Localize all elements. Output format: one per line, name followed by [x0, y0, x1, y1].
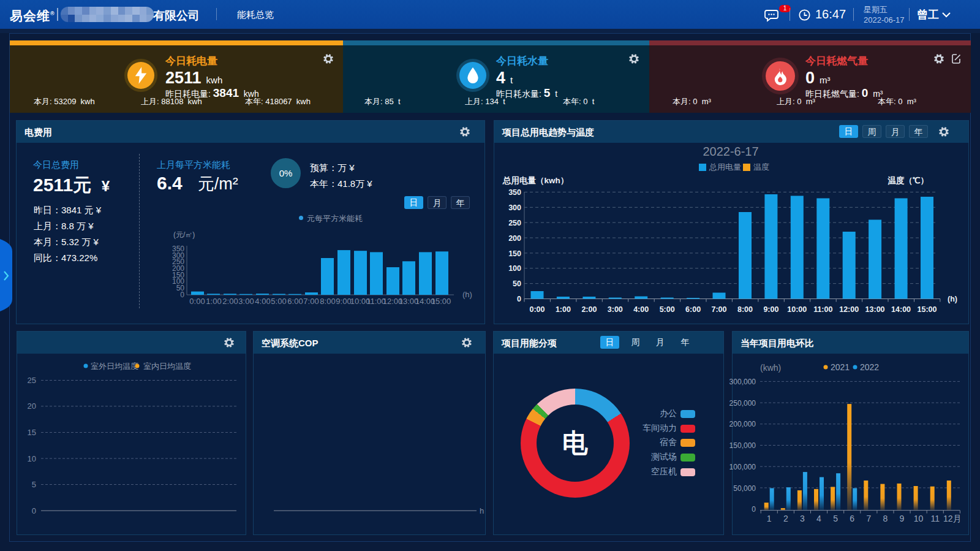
- svg-text:12月: 12月: [943, 514, 962, 523]
- svg-text:2022-6-17: 2022-6-17: [703, 145, 758, 158]
- svg-text:15: 15: [28, 428, 36, 437]
- svg-text:350: 350: [508, 188, 521, 197]
- svg-text:6:00: 6:00: [685, 305, 701, 314]
- svg-text:1:00: 1:00: [206, 297, 221, 306]
- svg-text:9: 9: [900, 514, 905, 523]
- svg-text:总用电量（kwh）: 总用电量（kwh）: [502, 176, 568, 185]
- svg-text:(h): (h): [948, 295, 957, 303]
- svg-text:15:00: 15:00: [431, 297, 451, 306]
- svg-text:3:00: 3:00: [238, 297, 254, 306]
- svg-text:150: 150: [508, 249, 521, 258]
- svg-text:5: 5: [32, 480, 36, 489]
- svg-text:350: 350: [172, 245, 184, 253]
- svg-text:300: 300: [508, 203, 521, 212]
- svg-text:150,000: 150,000: [729, 441, 756, 450]
- svg-text:25: 25: [28, 376, 36, 385]
- svg-text:2:00: 2:00: [581, 305, 597, 314]
- svg-text:9:00: 9:00: [336, 297, 351, 306]
- svg-text:5:00: 5:00: [660, 305, 675, 314]
- svg-text:200,000: 200,000: [729, 420, 756, 428]
- svg-text:7:00: 7:00: [303, 297, 318, 306]
- svg-text:10: 10: [28, 454, 36, 463]
- svg-text:0: 0: [32, 506, 36, 515]
- svg-text:14:00: 14:00: [891, 305, 911, 314]
- svg-text:5: 5: [833, 514, 838, 523]
- svg-text:250,000: 250,000: [729, 399, 756, 408]
- svg-text:100: 100: [508, 264, 521, 273]
- svg-text:室外日均温度: 室外日均温度: [91, 362, 138, 371]
- svg-text:h: h: [480, 506, 484, 515]
- svg-text:温度: 温度: [753, 162, 769, 172]
- svg-text:2:00: 2:00: [222, 297, 238, 306]
- svg-text:2022: 2022: [860, 362, 879, 372]
- svg-text:20: 20: [28, 401, 36, 411]
- svg-text:6:00: 6:00: [287, 297, 303, 306]
- svg-text:(h): (h): [462, 290, 472, 299]
- svg-text:总用电量: 总用电量: [709, 162, 741, 172]
- svg-text:0:00: 0:00: [529, 305, 545, 314]
- svg-text:5:00: 5:00: [271, 297, 286, 306]
- svg-text:100,000: 100,000: [729, 463, 756, 471]
- svg-text:2021: 2021: [831, 362, 850, 372]
- svg-text:10: 10: [914, 514, 924, 523]
- svg-text:8:00: 8:00: [320, 297, 335, 306]
- svg-text:11:00: 11:00: [813, 305, 832, 314]
- svg-text:9:00: 9:00: [763, 305, 778, 314]
- svg-text:11: 11: [930, 514, 940, 523]
- svg-text:15:00: 15:00: [918, 305, 937, 314]
- svg-text:12:00: 12:00: [839, 305, 859, 314]
- svg-text:1: 1: [767, 514, 772, 523]
- svg-text:6: 6: [850, 514, 854, 523]
- svg-text:0:00: 0:00: [189, 297, 205, 306]
- svg-text:4:00: 4:00: [633, 305, 649, 314]
- svg-text:3:00: 3:00: [608, 305, 623, 314]
- svg-text:13:00: 13:00: [865, 305, 885, 314]
- svg-text:0: 0: [517, 295, 521, 303]
- svg-text:(kwh): (kwh): [760, 363, 781, 373]
- svg-text:7: 7: [866, 514, 871, 523]
- svg-text:4:00: 4:00: [255, 297, 270, 306]
- svg-text:4: 4: [816, 514, 821, 523]
- svg-text:250: 250: [508, 219, 521, 227]
- svg-text:7:00: 7:00: [711, 305, 726, 314]
- svg-text:200: 200: [508, 234, 521, 243]
- svg-text:50,000: 50,000: [733, 484, 756, 493]
- svg-text:2: 2: [783, 514, 788, 523]
- svg-text:8:00: 8:00: [737, 305, 753, 314]
- svg-text:8: 8: [883, 514, 888, 523]
- svg-text:300,000: 300,000: [729, 378, 756, 386]
- svg-text:10:00: 10:00: [787, 305, 807, 314]
- svg-text:0: 0: [752, 505, 756, 514]
- svg-text:1:00: 1:00: [556, 305, 571, 314]
- svg-text:50: 50: [513, 279, 521, 288]
- svg-text:3: 3: [800, 514, 805, 523]
- svg-text:室内日均温度: 室内日均温度: [143, 362, 191, 371]
- svg-text:温度（℃）: 温度（℃）: [888, 176, 929, 185]
